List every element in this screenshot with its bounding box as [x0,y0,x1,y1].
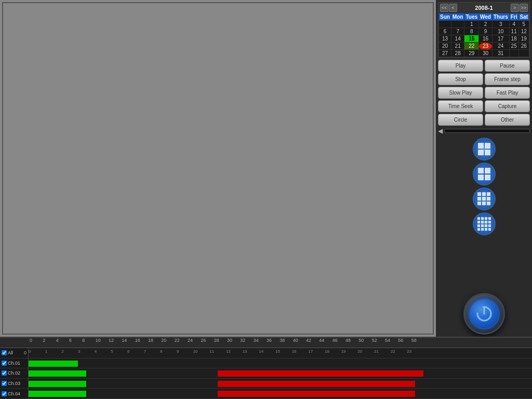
cal-prev-month-btn[interactable]: < [449,4,457,12]
cal-prev-year-btn[interactable]: << [440,4,448,12]
calendar-day-cell[interactable]: 2 [479,21,493,28]
frame-step-button[interactable]: Frame step [485,73,530,85]
calendar-day-cell[interactable]: 6 [439,28,451,35]
calendar-day-cell[interactable]: 7 [451,28,464,35]
layout-4-button[interactable] [473,138,496,161]
calendar-day-cell[interactable]: 14 [451,35,464,43]
layout-4-alt-button[interactable] [473,163,496,185]
calendar-day-cell[interactable]: 21 [451,43,464,50]
calendar-day-cell[interactable]: 1 [464,21,479,28]
calendar-day-cell[interactable]: 19 [518,35,529,43]
calendar-day-cell[interactable]: 27 [439,50,451,57]
cal-nav-prev-group: << < [440,4,457,12]
calendar-day-header: Thurs [492,14,509,21]
other-button[interactable]: Other [485,114,530,126]
svg-rect-30 [488,224,491,227]
channel-checkbox[interactable] [2,350,7,355]
calendar-day-cell[interactable]: 5 [518,21,529,28]
ruler-mark: 50 [358,338,364,343]
power-icon [475,304,494,323]
channel-name: All [8,350,13,355]
calendar-day-cell[interactable]: 3 [492,21,509,28]
calendar-day-cell[interactable]: 13 [439,35,451,43]
track-segment [29,391,86,397]
calendar-day-cell[interactable]: 26 [518,43,529,50]
hour-label: 8 [160,349,162,354]
power-button[interactable] [463,293,505,335]
calendar-day-cell[interactable]: 28 [451,50,464,57]
layout-16-button[interactable] [473,212,496,235]
ruler-mark: 12 [109,338,114,343]
svg-rect-3 [485,150,490,155]
timeline-content: All0Ch.01Ch.02Ch.03Ch.04 012345678910111… [0,348,532,399]
circle-button[interactable]: Circle [438,114,483,126]
svg-rect-34 [488,228,491,231]
calendar-week-row: 12345 [439,21,529,28]
calendar-day-cell[interactable]: 15 [464,35,479,43]
channel-name: Ch.04 [8,391,20,396]
channel-label-row: Ch.04 [0,389,28,399]
hour-label: 18 [325,349,329,354]
hour-label: 4 [95,349,97,354]
calendar-day-cell[interactable]: 4 [509,21,518,28]
calendar-day-cell[interactable]: 31 [492,50,509,57]
calendar-day-cell[interactable]: 18 [509,35,518,43]
calendar-day-cell[interactable]: 9 [479,28,493,35]
calendar-day-cell[interactable]: 24 [492,43,509,50]
ruler-mark: 34 [254,338,259,343]
layout-9-button[interactable] [473,188,496,210]
calendar-day-cell[interactable]: 30 [479,50,493,57]
calendar-day-cell[interactable]: 25 [509,43,518,50]
ruler-mark: 30 [227,338,232,343]
svg-rect-25 [485,221,487,223]
ruler-mark: 16 [135,338,140,343]
hour-label: 20 [357,349,362,354]
svg-rect-23 [477,221,480,223]
fast-play-button[interactable]: Fast Play [485,87,530,99]
channel-checkbox[interactable] [2,391,7,396]
pause-button[interactable]: Pause [485,60,530,72]
capture-button[interactable]: Capture [485,100,530,112]
btn-row-2: Stop Frame step [438,73,530,85]
slow-play-button[interactable]: Slow Play [438,87,483,99]
hour-label: 21 [374,349,379,354]
svg-rect-16 [477,202,481,205]
calendar-day-cell[interactable]: 12 [518,28,529,35]
calendar-day-cell [451,21,464,28]
calendar-day-cell[interactable]: 23 [479,43,493,50]
volume-slider[interactable] [444,129,530,133]
channel-checkbox[interactable] [2,361,7,366]
svg-rect-27 [477,224,480,227]
channel-checkbox[interactable] [2,381,7,386]
cal-next-month-btn[interactable]: > [511,4,519,12]
ruler-mark: 48 [345,338,351,343]
calendar-day-cell[interactable]: 17 [492,35,509,43]
calendar-day-cell[interactable]: 11 [509,28,518,35]
cal-next-year-btn[interactable]: >> [520,4,528,12]
calendar-day-cell[interactable]: 22 [464,43,479,50]
calendar-day-cell[interactable]: 29 [464,50,479,57]
ruler-mark: 44 [319,338,324,343]
calendar-day-header: Wed [479,14,493,21]
hour-label: 10 [193,349,198,354]
hour-label: 0 [29,349,31,354]
channel-label-row: Ch.02 [0,368,28,379]
stop-button[interactable]: Stop [438,73,483,85]
calendar-day-cell[interactable]: 10 [492,28,509,35]
calendar-day-cell[interactable]: 20 [439,43,451,50]
channel-labels: All0Ch.01Ch.02Ch.03Ch.04 [0,348,29,399]
cal-nav-next-group: > >> [511,4,528,12]
ruler-mark: 0 [30,338,32,343]
calendar-day-cell[interactable]: 8 [464,28,479,35]
channel-num: 0 [24,350,26,355]
ruler-marks-container: 0246810121416182022242628303234363840424… [30,338,531,348]
track-row-ch03 [29,379,532,389]
calendar-day-cell[interactable]: 16 [479,35,493,43]
play-button[interactable]: Play [438,60,483,72]
svg-rect-12 [487,192,490,196]
power-btn-inner [469,298,500,329]
ruler-mark: 40 [293,338,298,343]
time-seek-button[interactable]: Time Seek [438,100,483,112]
calendar-day-cell [509,50,518,57]
channel-checkbox[interactable] [2,370,7,376]
